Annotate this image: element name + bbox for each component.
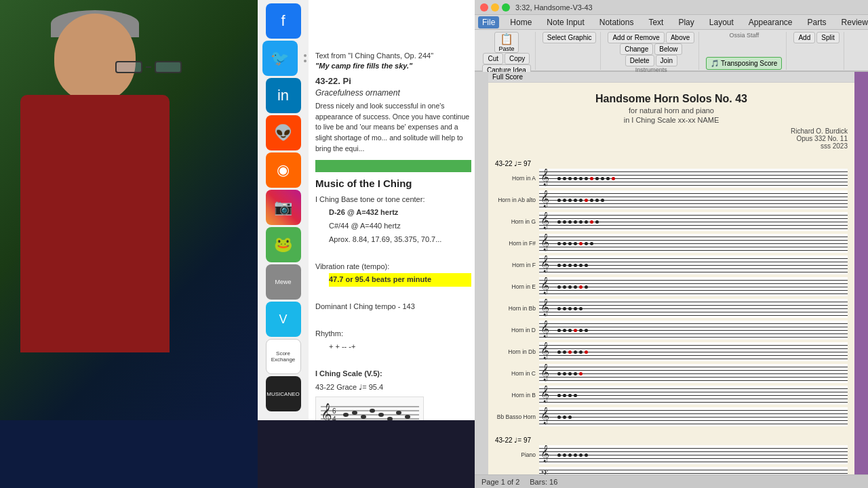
svg-text:6: 6 <box>332 407 336 415</box>
paste-button[interactable]: 📋 Paste <box>494 32 519 53</box>
instagram-icon[interactable]: 📷 <box>266 190 301 225</box>
person-head <box>54 14 136 102</box>
svg-point-9 <box>352 411 357 415</box>
scoreexchange-icon[interactable]: Score Exchange <box>266 339 301 374</box>
score-content: Handsome Horn Solos No. 43 for natural h… <box>488 83 854 474</box>
staff-horn-fsharp: Horn in F# 𝄞 <box>495 234 848 253</box>
glasses-left-lens <box>115 61 142 73</box>
join-button[interactable]: Join <box>656 55 677 66</box>
score-left-sidebar <box>475 72 488 474</box>
reddit-icon[interactable]: 👽 <box>266 115 301 150</box>
staff-piano-treble: Piano 𝄞 <box>495 445 848 464</box>
score-right-sidebar <box>854 72 868 474</box>
linkedin-icon[interactable]: in <box>266 78 301 113</box>
staff-horn-d: Horn in D 𝄞 <box>495 321 848 340</box>
staff-piano-bass: 𝄢 <box>495 467 848 474</box>
notation-statusbar: Page 1 of 2 Bars: 16 <box>475 474 868 488</box>
score-composer: Richard O. Burdick Opus 332 No. 11 sss 2… <box>495 127 848 150</box>
menu-text[interactable]: Text <box>644 16 667 28</box>
menu-parts[interactable]: Parts <box>804 16 831 28</box>
above-button[interactable]: Above <box>666 32 694 43</box>
rss-icon[interactable]: ◉ <box>266 152 301 188</box>
copy-button[interactable]: Copy <box>505 53 530 64</box>
transposing-score-button[interactable]: 🎵 Transposing Score <box>706 57 782 70</box>
graphic-group: Select Graphic <box>538 32 601 70</box>
musicaneo-icon[interactable]: MUSICANEO <box>266 376 301 411</box>
svg-point-8 <box>343 413 349 417</box>
select-graphic-button[interactable]: Select Graphic <box>542 32 597 43</box>
notation-titlebar: 3:32, Handsome-V3-43 <box>475 0 868 15</box>
staff-horn-e: Horn in E 𝄞 <box>495 277 848 296</box>
staff-horn-f: Horn in F 𝄞 <box>495 256 848 274</box>
menu-home[interactable]: Home <box>506 16 536 28</box>
glasses-bridge <box>146 66 151 68</box>
staff-horn-db: Horn in Db 𝄞 <box>495 342 848 361</box>
full-score-label: Full Score <box>488 72 854 83</box>
score-tempo2: 43-22 ♩= 97 <box>495 436 848 444</box>
staff-horn-b: Horn in B 𝄞 <box>495 386 848 405</box>
svg-point-12 <box>378 413 384 417</box>
notation-window: 3:32, Handsome-V3-43 File Home Note Inpu… <box>475 0 868 488</box>
staff-horn-bb: Horn in Bb 𝄞 <box>495 299 848 318</box>
window-controls <box>480 3 510 12</box>
close-button[interactable] <box>480 3 488 12</box>
music-info: I Ching Base tone or tone center: D-26 @… <box>315 193 471 394</box>
staves-system1: Horn in A 𝄞 Horn in Ab alto 𝄞 <box>495 169 848 426</box>
svg-point-14 <box>396 411 401 415</box>
instruments-group: Add or Remove Above Change Below Delete … <box>604 32 699 70</box>
menu-review[interactable]: Review <box>837 16 868 28</box>
score-title: Handsome Horn Solos No. 43 <box>495 93 848 105</box>
hexagram-body: Dress nicely and look successful in one'… <box>315 101 471 155</box>
music-section-title: Music of the I Ching <box>315 178 471 189</box>
menu-play[interactable]: Play <box>674 16 698 28</box>
staff-horn-a: Horn in A 𝄞 <box>495 169 848 188</box>
glasses-right-lens <box>155 61 182 73</box>
maximize-button[interactable] <box>502 3 510 12</box>
twitter-icon[interactable]: 🐦 <box>262 41 298 76</box>
tempo-value: 47.7 or 95.4 beats per minute <box>329 273 471 287</box>
social-sidebar: f 🐦 in 👽 ◉ 📷 🐸 Mewe V Score Exchange MUS… <box>258 0 309 420</box>
ossia-label: Ossia Staff <box>706 32 782 39</box>
minimize-button[interactable] <box>491 3 499 12</box>
delete-button[interactable]: Delete <box>625 55 654 66</box>
staff-horn-ab: Horn in Ab alto 𝄞 <box>495 190 848 209</box>
svg-point-11 <box>370 409 375 413</box>
vimeo-icon[interactable]: V <box>266 302 301 337</box>
hexagram-subtitle: Gracefulness ornament <box>315 88 471 98</box>
change-button[interactable]: Change <box>620 43 653 55</box>
frog-icon[interactable]: 🐸 <box>266 227 301 262</box>
webcam-feed <box>0 0 258 420</box>
window-title: 3:32, Handsome-V3-43 <box>515 3 593 12</box>
scale-notation: 𝄞 6 4 <box>315 396 424 420</box>
add-button[interactable]: Add <box>793 32 815 43</box>
score-tempo: 43-22 ♩= 97 <box>495 160 848 167</box>
add-remove-button[interactable]: Add or Remove <box>608 32 664 43</box>
webcam-bottom-bar <box>0 420 258 488</box>
webpage-content: Text from "I Ching Chants, Op. 244" "My … <box>309 0 478 420</box>
staff-bb-basso: Bb Basso Horn 𝄞 <box>495 407 848 426</box>
cut-button[interactable]: Cut <box>483 53 503 64</box>
system2: 43-22 ♩= 97 Piano 𝄞 <box>495 436 848 474</box>
menu-file[interactable]: File <box>478 16 499 28</box>
score-subtitle: for natural horn and piano <box>495 106 848 115</box>
facebook-icon[interactable]: f <box>266 3 301 39</box>
notation-toolbar: 📋 Paste Cut Copy Capture Idea Clipboard … <box>475 30 868 72</box>
staff-horn-c: Horn in C 𝄞 <box>495 364 848 383</box>
score-main[interactable]: Full Score Handsome Horn Solos No. 43 fo… <box>488 72 854 474</box>
svg-point-10 <box>361 415 366 419</box>
score-header: Handsome Horn Solos No. 43 for natural h… <box>495 93 848 150</box>
hexagram-number: 43-22. Pi <box>315 76 471 86</box>
below-button[interactable]: Below <box>654 43 682 55</box>
add-split-group: Add Split <box>789 32 844 70</box>
mewe-icon[interactable]: Mewe <box>266 264 301 300</box>
svg-point-15 <box>405 415 410 419</box>
clipboard-group: 📋 Paste Cut Copy Capture Idea Clipboard <box>478 32 536 70</box>
split-button[interactable]: Split <box>816 32 839 43</box>
transposing-group: Ossia Staff 🎵 Transposing Score <box>702 32 787 70</box>
menu-notations[interactable]: Notations <box>595 16 638 28</box>
svg-text:𝄞: 𝄞 <box>321 403 332 420</box>
menu-layout[interactable]: Layout <box>705 16 738 28</box>
quote-text: "My camp fire fills the sky." <box>315 62 412 70</box>
menu-appearance[interactable]: Appearance <box>745 16 797 28</box>
menu-note-input[interactable]: Note Input <box>542 16 588 28</box>
